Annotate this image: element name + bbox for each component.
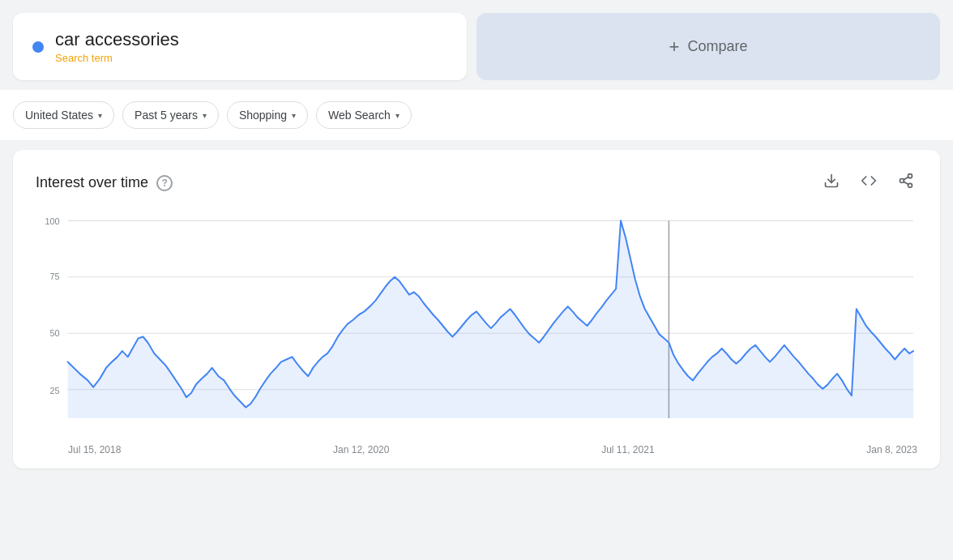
filter-category[interactable]: Shopping ▾ — [227, 101, 308, 129]
filters-section: United States ▾ Past 5 years ▾ Shopping … — [0, 90, 953, 140]
compare-plus-icon: + — [669, 36, 680, 58]
x-label-2: Jan 12, 2020 — [333, 444, 389, 455]
x-label-3: Jul 11, 2021 — [601, 444, 654, 455]
filter-region-label: United States — [25, 109, 93, 122]
compare-label: Compare — [687, 38, 747, 55]
chevron-down-icon: ▾ — [292, 111, 296, 120]
search-term-subtitle: Search term — [55, 52, 179, 64]
top-section: car accessories Search term + Compare — [0, 0, 953, 90]
chart-area: 100 75 50 25 — [36, 212, 917, 439]
svg-text:50: 50 — [50, 329, 60, 339]
download-icon — [823, 173, 840, 189]
chevron-down-icon: ▾ — [98, 111, 102, 120]
chart-header: Interest over time ? — [36, 169, 917, 196]
chart-section: Interest over time ? — [13, 150, 940, 468]
search-term-card: car accessories Search term — [13, 13, 467, 80]
svg-line-4 — [904, 182, 908, 185]
share-icon — [898, 173, 914, 189]
x-axis-labels: Jul 15, 2018 Jan 12, 2020 Jul 11, 2021 J… — [36, 439, 917, 455]
filter-time[interactable]: Past 5 years ▾ — [122, 101, 219, 129]
chart-svg: 100 75 50 25 — [36, 212, 917, 439]
svg-text:75: 75 — [50, 271, 60, 281]
chevron-down-icon: ▾ — [395, 111, 400, 120]
filter-category-label: Shopping — [239, 109, 287, 122]
svg-line-5 — [904, 177, 908, 180]
chevron-down-icon: ▾ — [203, 111, 207, 120]
filter-search-type-label: Web Search — [328, 109, 391, 122]
svg-text:25: 25 — [50, 386, 60, 395]
search-dot — [32, 41, 44, 53]
share-button[interactable] — [895, 169, 917, 196]
filter-search-type[interactable]: Web Search ▾ — [316, 101, 412, 129]
x-label-4: Jan 8, 2023 — [866, 444, 917, 455]
search-term-title: car accessories — [55, 29, 179, 50]
svg-text:100: 100 — [45, 216, 60, 226]
download-button[interactable] — [820, 169, 843, 196]
chart-actions — [820, 169, 917, 196]
help-icon[interactable]: ? — [156, 175, 173, 191]
chart-title: Interest over time — [36, 174, 148, 191]
compare-card[interactable]: + Compare — [476, 13, 940, 80]
embed-button[interactable] — [857, 169, 880, 196]
search-term-text: car accessories Search term — [55, 29, 179, 64]
filter-time-label: Past 5 years — [135, 109, 198, 122]
code-icon — [861, 173, 877, 189]
x-label-1: Jul 15, 2018 — [68, 444, 121, 455]
filter-region[interactable]: United States ▾ — [13, 101, 114, 129]
chart-title-group: Interest over time ? — [36, 174, 173, 191]
